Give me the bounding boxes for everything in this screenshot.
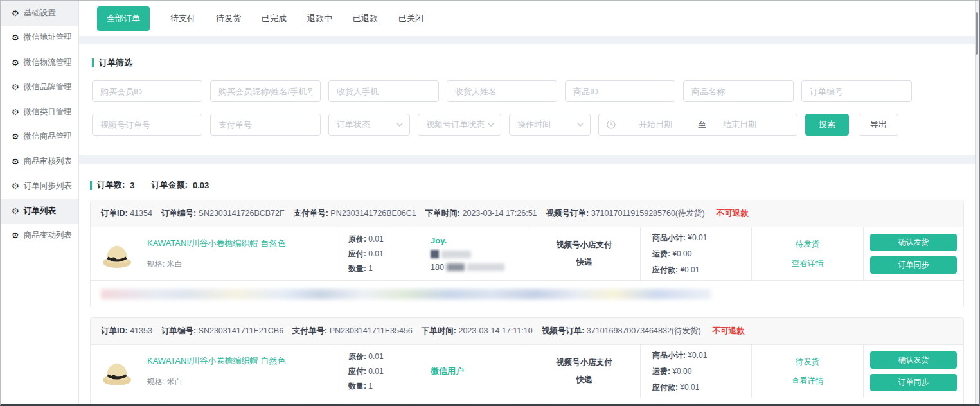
sidebar-item-wechat-category[interactable]: ⚙ 微信类目管理 <box>1 100 78 125</box>
order-header: 订单ID: 41354 订单编号: SN2303141726BCB72F 支付单… <box>91 200 963 227</box>
sidebar-item-wechat-product[interactable]: ⚙ 微信商品管理 <box>1 125 78 150</box>
gear-icon: ⚙ <box>12 58 19 67</box>
sidebar-item-label: 微信商品管理 <box>24 131 72 142</box>
view-details-link[interactable]: 查看详情 <box>792 376 824 387</box>
order-status-select-value: 订单状态 <box>337 119 370 130</box>
order-sn-input[interactable] <box>801 80 912 102</box>
customer-name: Joy. <box>431 236 528 245</box>
sidebar-item-product-review-list[interactable]: ⚙ 商品审核列表 <box>1 149 78 174</box>
sidebar-item-wechat-logistics[interactable]: ⚙ 微信物流管理 <box>1 50 78 75</box>
order-status-select[interactable]: 订单状态 <box>328 114 410 136</box>
receiver-phone-input[interactable] <box>328 80 439 102</box>
customer-nickname-blurred <box>431 250 528 258</box>
product-name-link[interactable]: KAWATANI/川谷小卷檐编织帽 自然色 <box>147 355 285 367</box>
product-cell: KAWATANI/川谷小卷檐编织帽 自然色 规格: 米白 <box>91 227 335 280</box>
date-range-picker[interactable]: 开始日期 至 结束日期 <box>598 114 797 136</box>
tab-closed[interactable]: 已关闭 <box>398 13 423 24</box>
buyer-name-input[interactable] <box>210 80 321 102</box>
product-name-link[interactable]: KAWATANI/川谷小卷檐编织帽 自然色 <box>147 238 285 249</box>
tab-all-orders[interactable]: 全部订单 <box>97 6 150 31</box>
confirm-ship-button[interactable]: 确认发货 <box>870 234 957 251</box>
operate-time-select[interactable]: 操作时间 <box>509 114 591 136</box>
product-spec: 规格: 米白 <box>147 259 285 270</box>
delivery-method: 快递 <box>576 375 592 385</box>
buyer-id-input[interactable] <box>92 80 202 102</box>
payable-price: 应付: 0.01 <box>348 366 416 377</box>
sidebar-item-basic-settings[interactable]: ⚙ 基础设置 <box>1 1 78 26</box>
tab-refunded[interactable]: 已退款 <box>353 13 378 24</box>
actions-cell: 确认发货 订单同步 <box>864 227 963 280</box>
view-details-link[interactable]: 查看详情 <box>792 258 824 269</box>
search-button[interactable]: 搜索 <box>805 114 849 136</box>
tab-refunding[interactable]: 退款中 <box>307 13 332 24</box>
customer-cell: 微信用户 <box>416 345 528 398</box>
blurred-avatar <box>431 250 439 258</box>
customer-cell: Joy. 180 <box>416 227 528 280</box>
gear-icon: ⚙ <box>12 33 19 42</box>
window-scrollbar[interactable] <box>975 1 979 404</box>
order-meta: 下单时间: 2023-03-14 17:11:10 <box>422 326 533 337</box>
payable-price: 应付: 0.01 <box>348 249 416 260</box>
end-date-placeholder: 结束日期 <box>723 119 756 130</box>
status-badge: 待发货 <box>796 357 820 367</box>
price-cell: 原价: 0.01 应付: 0.01 数量: 1 <box>335 345 416 398</box>
non-refundable-badge: 不可退款 <box>717 208 749 219</box>
order-body: KAWATANI/川谷小卷檐编织帽 自然色 规格: 米白 原价: 0.01 应付… <box>91 227 963 280</box>
video-order-sn-input[interactable] <box>92 114 202 136</box>
title-accent-bar <box>90 181 92 190</box>
gear-icon: ⚙ <box>12 231 19 240</box>
sidebar-item-label: 商品变动列表 <box>24 230 72 241</box>
shipping-fee: 运费: ¥0.00 <box>652 366 751 377</box>
status-badge: 待发货 <box>796 239 820 250</box>
product-name-input[interactable] <box>683 80 794 102</box>
receiver-name-input[interactable] <box>447 80 557 102</box>
payment-cell: 视频号小店支付 快递 <box>528 227 641 280</box>
tab-pending-payment[interactable]: 待支付 <box>170 13 195 24</box>
blurred-text <box>447 263 465 271</box>
status-cell: 待发货 查看详情 <box>752 227 864 280</box>
phone-prefix: 180 <box>431 263 444 272</box>
order-amount-value: 0.03 <box>193 181 209 190</box>
start-date-placeholder: 开始日期 <box>639 119 672 130</box>
product-image-hat[interactable] <box>101 356 133 387</box>
amount-due: 应付款: ¥0.01 <box>652 382 751 393</box>
filter-title-text: 订单筛选 <box>99 57 132 69</box>
order-sync-button[interactable]: 订单同步 <box>870 256 957 274</box>
export-button[interactable]: 导出 <box>859 114 898 136</box>
product-image-hat[interactable] <box>101 238 133 269</box>
tab-completed[interactable]: 已完成 <box>262 13 287 24</box>
pay-sn-input[interactable] <box>210 114 321 136</box>
order-status-tabs: 全部订单 待支付 待发货 已完成 退款中 已退款 已关闭 <box>79 1 975 36</box>
address-row <box>91 280 963 308</box>
order-sync-button[interactable]: 订单同步 <box>870 374 957 391</box>
chevron-down-icon <box>396 123 403 127</box>
blurred-text <box>467 263 504 271</box>
order-meta: 订单ID: 41354 <box>101 208 152 219</box>
sidebar-item-order-sync-list[interactable]: ⚙ 订单同步列表 <box>1 174 78 199</box>
order-card: 订单ID: 41354 订单编号: SN2303141726BCB72F 支付单… <box>90 200 964 308</box>
customer-name: 微信用户 <box>431 366 528 377</box>
order-count-label: 订单数: <box>97 179 125 191</box>
confirm-ship-button[interactable]: 确认发货 <box>870 351 957 369</box>
non-refundable-badge: 不可退款 <box>713 326 745 337</box>
product-id-input[interactable] <box>565 80 675 102</box>
order-meta: 下单时间: 2023-03-14 17:26:51 <box>425 208 537 219</box>
status-cell: 待发货 查看详情 <box>752 345 864 398</box>
totals-cell: 商品小计: ¥0.01 运费: ¥0.00 应付款: ¥0.01 <box>641 345 752 398</box>
video-order-status-select[interactable]: 视频号订单状态 <box>418 114 501 136</box>
order-meta: 订单编号: SN2303141726BCB72F <box>161 208 285 219</box>
sidebar-item-wechat-brand[interactable]: ⚙ 微信品牌管理 <box>1 75 78 100</box>
sidebar-item-label: 基础设置 <box>24 8 56 19</box>
sidebar-item-order-list[interactable]: ⚙ 订单列表 <box>1 199 78 224</box>
sidebar-item-product-change-list[interactable]: ⚙ 商品变动列表 <box>1 224 78 249</box>
sidebar-item-wechat-address[interactable]: ⚙ 微信地址管理 <box>1 26 78 51</box>
order-count-value: 3 <box>130 181 134 190</box>
order-amount-label: 订单金额: <box>152 179 188 191</box>
tab-pending-shipment[interactable]: 待发货 <box>216 13 241 24</box>
price-cell: 原价: 0.01 应付: 0.01 数量: 1 <box>335 227 416 280</box>
actions-cell: 确认发货 订单同步 <box>864 345 963 398</box>
product-info: KAWATANI/川谷小卷檐编织帽 自然色 规格: 米白 <box>147 236 285 271</box>
payment-method: 视频号小店支付 <box>556 357 612 368</box>
customer-phone-blurred: 180 <box>431 263 528 272</box>
scrollbar-thumb[interactable] <box>976 12 978 55</box>
